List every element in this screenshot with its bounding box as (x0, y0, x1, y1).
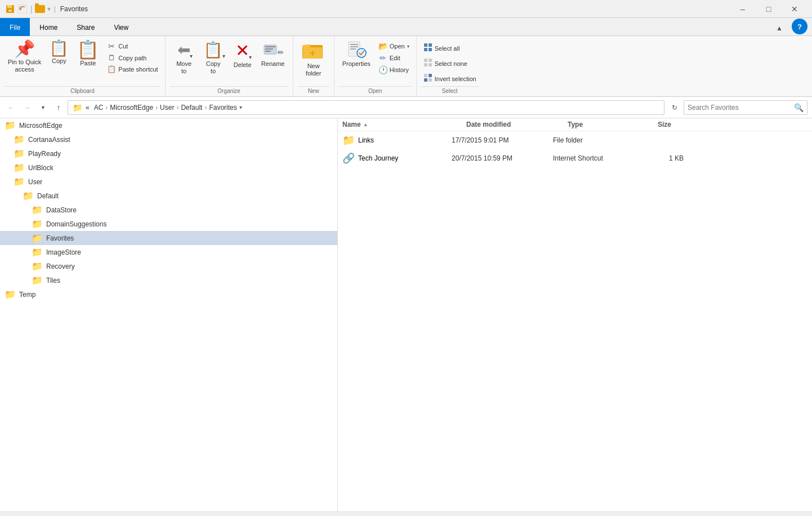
svg-rect-1 (7, 5, 12, 8)
tab-view[interactable]: View (104, 18, 138, 36)
history-button[interactable]: 🕐 History (376, 64, 412, 75)
sidebar-item-domainsuggestions[interactable]: 📁DomainSuggestions (0, 217, 337, 231)
svg-rect-28 (424, 74, 427, 77)
qa-undo-icon[interactable] (17, 3, 28, 15)
quick-access-toolbar: | ▾ | (5, 3, 57, 15)
paste-icon: 📋 (77, 41, 99, 59)
svg-rect-20 (424, 43, 427, 47)
col-header-type[interactable]: Type (568, 121, 658, 128)
svg-rect-21 (429, 43, 432, 47)
maximize-button[interactable]: □ (756, 0, 782, 18)
paste-button[interactable]: 📋 Paste (73, 38, 102, 74)
sidebar-item-label: MicrosoftEdge (19, 122, 63, 130)
sidebar-item-playready[interactable]: 📁PlayReady (0, 146, 337, 161)
sidebar-item-label: Temp (19, 291, 35, 299)
col-header-size[interactable]: Size (658, 121, 703, 128)
ribbon-group-clipboard: 📌 Pin to Quick access 📋 Copy 📋 Paste ✂ C… (0, 36, 166, 96)
cut-button[interactable]: ✂ Cut (105, 41, 160, 52)
address-bar[interactable]: 📁 « AC › MicrosoftEdge › User › Default … (68, 100, 664, 115)
invert-selection-button[interactable]: Invert selection (421, 72, 479, 85)
folder-icon: 📁 (32, 247, 43, 257)
sidebar-item-imagestore[interactable]: 📁ImageStore (0, 245, 337, 259)
select-none-button[interactable]: Select none (421, 57, 479, 70)
svg-rect-27 (429, 63, 432, 66)
copy-label: Copy (52, 57, 66, 65)
forward-button[interactable]: → (20, 101, 34, 114)
paste-shortcut-button[interactable]: 📋 Paste shortcut (105, 64, 160, 74)
copy-to-icon: 📋 ▾ (203, 41, 223, 59)
svg-rect-17 (350, 46, 358, 47)
search-input[interactable] (688, 104, 794, 112)
invert-selection-icon (423, 73, 432, 84)
ribbon-collapse-button[interactable]: ▲ (774, 22, 785, 34)
sidebar-item-datastore[interactable]: 📁DataStore (0, 203, 337, 217)
select-all-button[interactable]: Select all (421, 42, 479, 55)
sidebar-item-label: ImageStore (46, 248, 81, 256)
svg-rect-7 (265, 46, 275, 47)
properties-button[interactable]: Properties (339, 38, 374, 75)
svg-rect-3 (8, 10, 12, 12)
file-type-cell: File folder (553, 136, 643, 144)
tab-share[interactable]: Share (67, 18, 104, 36)
sidebar-item-user[interactable]: 📁User (0, 175, 337, 189)
ribbon-help-button[interactable]: ? (792, 19, 807, 34)
select-all-icon (423, 43, 432, 54)
copy-button[interactable]: 📋 Copy (46, 38, 72, 67)
folder-icon: 📁 (32, 219, 43, 229)
sidebar-item-urlblock[interactable]: 📁UrlBlock (0, 161, 337, 175)
sidebar-item-microsoftedge[interactable]: 📁MicrosoftEdge (0, 118, 337, 132)
title-bar: | ▾ | Favorites – □ ✕ (0, 0, 812, 18)
svg-text:✏: ✏ (278, 48, 283, 57)
sidebar-item-temp[interactable]: 📁Temp (0, 287, 337, 301)
tab-home[interactable]: Home (30, 18, 67, 36)
svg-rect-9 (265, 51, 271, 52)
copy-to-button[interactable]: 📋 ▾ Copy to (199, 38, 227, 77)
col-header-date[interactable]: Date modified (466, 121, 568, 128)
col-header-name[interactable]: Name ▲ (342, 121, 466, 128)
svg-rect-8 (265, 48, 273, 50)
sidebar-item-label: Favorites (46, 234, 74, 242)
search-bar: 🔍 (684, 100, 807, 115)
paste-section: 📋 Paste ✂ Cut 🗒 Copy path 📋 Paste shortc… (73, 38, 160, 74)
svg-rect-16 (350, 44, 358, 45)
folder-icon: 📁 (32, 233, 43, 243)
edit-button[interactable]: ✏ Edit (376, 52, 412, 64)
select-label: Select (421, 86, 479, 96)
pin-to-quick-access-button[interactable]: 📌 Pin to Quick access (5, 38, 44, 75)
rename-button[interactable]: ✏ Rename (258, 38, 288, 70)
back-button[interactable]: ← (5, 101, 18, 114)
sidebar-item-default[interactable]: 📁Default (0, 189, 337, 203)
content-area: Name ▲ Date modified Type Size 📁 Links 1… (338, 118, 812, 511)
qa-save-icon[interactable] (5, 3, 16, 15)
open-section: Properties 📂 Open ▾ ✏ Edit 🕐 History (339, 38, 412, 75)
organize-label: Organize (170, 86, 288, 96)
folder-icon: 📁 (32, 275, 43, 286)
status-bar (0, 511, 812, 516)
sidebar-item-label: DataStore (46, 206, 77, 214)
table-row[interactable]: 📁 Links 17/7/2015 9:01 PM File folder (338, 131, 812, 149)
address-dropdown[interactable]: ▾ (239, 104, 242, 110)
copy-path-button[interactable]: 🗒 Copy path (105, 52, 160, 63)
svg-rect-30 (424, 78, 427, 82)
delete-button[interactable]: ✕ ▾ Delete (229, 38, 257, 71)
new-folder-button[interactable]: + New folder (298, 38, 329, 79)
new-label: New (298, 86, 329, 96)
close-button[interactable]: ✕ (782, 0, 807, 18)
sidebar-item-favorites[interactable]: 📁Favorites (0, 231, 337, 245)
refresh-button[interactable]: ↻ (668, 101, 681, 114)
ribbon: 📌 Pin to Quick access 📋 Copy 📋 Paste ✂ C… (0, 36, 812, 97)
move-icon: ⬅ ▾ (177, 41, 190, 59)
recent-button[interactable]: ▾ (36, 101, 50, 114)
table-row[interactable]: 🔗 Tech Journey 20/7/2015 10:59 PM Intern… (338, 149, 812, 167)
move-to-button[interactable]: ⬅ ▾ Move to (170, 38, 198, 77)
tab-file[interactable]: File (0, 18, 30, 36)
sidebar-item-label: DomainSuggestions (46, 220, 106, 228)
sidebar-item-tiles[interactable]: 📁Tiles (0, 273, 337, 287)
minimize-button[interactable]: – (730, 0, 756, 18)
open-button[interactable]: 📂 Open ▾ (376, 41, 412, 52)
sidebar-item-recovery[interactable]: 📁Recovery (0, 259, 337, 273)
file-type-cell: Internet Shortcut (553, 154, 643, 162)
up-button[interactable]: ↑ (52, 101, 65, 114)
edit-icon: ✏ (378, 54, 387, 63)
sidebar-item-cortanaassist[interactable]: 📁CortanaAssist (0, 132, 337, 146)
